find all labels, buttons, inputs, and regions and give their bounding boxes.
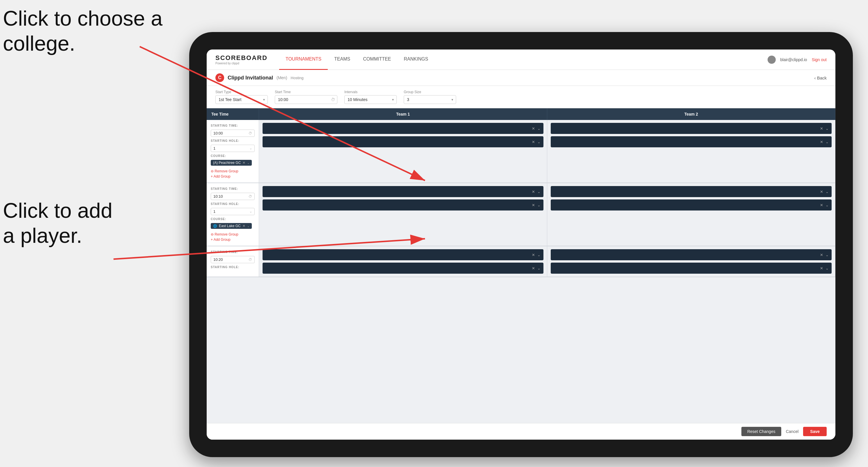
starting-time-input-2[interactable]: 10:10 ⏱ <box>211 193 255 200</box>
starting-time-label-2: STARTING TIME: <box>211 187 255 190</box>
tablet-screen: SCOREBOARD Powered by clippd TOURNAMENTS… <box>207 50 835 440</box>
clippd-logo-icon: C <box>215 73 224 82</box>
gender-label: (Men) <box>277 75 287 80</box>
player-slot-6-2[interactable]: ✕ ⌄ <box>551 262 832 274</box>
player-slot-x-4-2[interactable]: ✕ <box>820 203 823 207</box>
course-remove-icon-1[interactable]: ✕ <box>243 161 245 165</box>
player-slot-6-1[interactable]: ✕ ⌄ <box>551 249 832 260</box>
player-slot-expand-1-1[interactable]: ⌄ <box>537 126 540 131</box>
player-slot-expand-5-1[interactable]: ⌄ <box>537 253 540 257</box>
sign-out-link[interactable]: Sign out <box>812 57 827 62</box>
team1-cell-2: ✕ ⌄ ✕ ⌄ <box>259 183 547 246</box>
save-button[interactable]: Save <box>803 427 827 436</box>
player-slot-x-4-1[interactable]: ✕ <box>820 190 823 194</box>
player-slot-x-3-2[interactable]: ✕ <box>532 203 535 207</box>
player-slot-4-2[interactable]: ✕ ⌄ <box>551 199 832 211</box>
sub-header-left: C Clippd Invitational (Men) Hosting <box>215 73 304 82</box>
player-slot-expand-5-2[interactable]: ⌄ <box>537 266 540 271</box>
starting-time-input-3[interactable]: 10:20 ⏱ <box>211 256 255 263</box>
reset-changes-button[interactable]: Reset Changes <box>741 427 781 436</box>
course-tag-2[interactable]: 🌐 East Lake GC ✕ ⌄ <box>211 223 252 229</box>
player-slot-5-2[interactable]: ✕ ⌄ <box>262 262 544 274</box>
start-time-label: Start Time <box>275 90 337 94</box>
player-slot-expand-3-2[interactable]: ⌄ <box>537 203 540 207</box>
team1-cell-1: ✕ ⌄ ✕ ⌄ <box>259 120 547 183</box>
start-type-group: Start Type 1st Tee Start <box>215 90 268 104</box>
start-type-select[interactable]: 1st Tee Start <box>215 95 268 104</box>
add-group-2[interactable]: + Add Group <box>211 238 255 242</box>
starting-time-input-1[interactable]: 10:00 ⏱ <box>211 130 255 137</box>
group-size-select[interactable]: 3 <box>404 95 456 104</box>
tab-rankings[interactable]: RANKINGS <box>397 50 435 70</box>
tab-tournaments[interactable]: TOURNAMENTS <box>279 50 328 70</box>
starting-hole-label-1: STARTING HOLE: <box>211 139 255 143</box>
table-row: STARTING TIME: 10:20 ⏱ STARTING HOLE: ✕ … <box>207 246 835 277</box>
player-slot-5-1[interactable]: ✕ ⌄ <box>262 249 544 260</box>
start-time-input[interactable] <box>275 95 337 104</box>
user-email: blair@clippd.io <box>780 57 807 62</box>
course-remove-icon-2[interactable]: ✕ <box>243 224 245 228</box>
player-slot-2-1[interactable]: ✕ ⌄ <box>551 123 832 134</box>
player-slot-expand-2-2[interactable]: ⌄ <box>826 140 829 144</box>
course-tag-1[interactable]: (A) Peachtree GC ✕ ⌄ <box>211 160 252 166</box>
tab-committee[interactable]: COMMITTEE <box>356 50 397 70</box>
player-slot-x-1-2[interactable]: ✕ <box>532 140 535 144</box>
annotation-top: Click to choose acollege. <box>3 6 162 56</box>
logo-sub: Powered by clippd <box>215 62 268 65</box>
course-label-2: COURSE: <box>211 217 255 221</box>
group-left-2: STARTING TIME: 10:10 ⏱ STARTING HOLE: 1 … <box>207 183 259 246</box>
course-expand-icon-1[interactable]: ⌄ <box>247 161 249 164</box>
annotation-bottom: Click to adda player. <box>3 198 112 248</box>
header-right: blair@clippd.io Sign out <box>768 56 827 64</box>
remove-group-1[interactable]: ⊖ Remove Group <box>211 169 255 173</box>
course-label-1: COURSE: <box>211 154 255 157</box>
sub-header: C Clippd Invitational (Men) Hosting ‹ Ba… <box>207 70 835 86</box>
player-slot-expand-4-1[interactable]: ⌄ <box>826 190 829 194</box>
starting-time-label-1: STARTING TIME: <box>211 124 255 127</box>
starting-hole-label-2: STARTING HOLE: <box>211 203 255 206</box>
player-slot-3-1[interactable]: ✕ ⌄ <box>262 186 544 197</box>
th-team2: Team 2 <box>547 108 835 120</box>
cancel-button[interactable]: Cancel <box>786 429 799 434</box>
intervals-group: Intervals 10 Minutes <box>344 90 397 104</box>
player-slot-expand-6-2[interactable]: ⌄ <box>826 266 829 271</box>
player-slot-x-1-1[interactable]: ✕ <box>532 126 535 131</box>
player-slot-x-6-2[interactable]: ✕ <box>820 266 823 271</box>
player-slot-x-2-1[interactable]: ✕ <box>820 126 823 131</box>
player-slot-x-3-1[interactable]: ✕ <box>532 190 535 194</box>
app-header: SCOREBOARD Powered by clippd TOURNAMENTS… <box>207 50 835 70</box>
team1-cell-3: ✕ ⌄ ✕ ⌄ <box>259 246 547 277</box>
player-slot-2-2[interactable]: ✕ ⌄ <box>551 136 832 147</box>
player-slot-expand-4-2[interactable]: ⌄ <box>826 203 829 207</box>
back-button[interactable]: ‹ Back <box>814 75 827 80</box>
player-slot-x-2-2[interactable]: ✕ <box>820 140 823 144</box>
player-slot-1-2[interactable]: ✕ ⌄ <box>262 136 544 147</box>
player-slot-expand-1-2[interactable]: ⌄ <box>537 140 540 144</box>
hosting-badge: Hosting <box>291 76 304 80</box>
player-slot-expand-2-1[interactable]: ⌄ <box>826 126 829 131</box>
intervals-select[interactable]: 10 Minutes <box>344 95 397 104</box>
starting-hole-input-1[interactable]: 1 ⌄ <box>211 145 255 152</box>
course-tag-2-label: East Lake GC <box>219 224 241 228</box>
player-slot-expand-6-1[interactable]: ⌄ <box>826 253 829 257</box>
player-slot-x-5-1[interactable]: ✕ <box>532 253 535 257</box>
add-group-1[interactable]: + Add Group <box>211 175 255 179</box>
remove-group-2[interactable]: ⊖ Remove Group <box>211 232 255 237</box>
course-expand-icon-2[interactable]: ⌄ <box>247 224 249 228</box>
starting-hole-label-3: STARTING HOLE: <box>211 266 255 269</box>
player-slot-x-5-2[interactable]: ✕ <box>532 266 535 271</box>
player-slot-1-1[interactable]: ✕ ⌄ <box>262 123 544 134</box>
starting-hole-input-2[interactable]: 1 ⌄ <box>211 208 255 215</box>
scroll-area[interactable]: STARTING TIME: 10:00 ⏱ STARTING HOLE: 1 … <box>207 120 835 423</box>
start-type-label: Start Type <box>215 90 268 94</box>
app-footer: Reset Changes Cancel Save <box>207 423 835 440</box>
group-size-label: Group Size <box>404 90 456 94</box>
tab-teams[interactable]: TEAMS <box>328 50 356 70</box>
player-slot-4-1[interactable]: ✕ ⌄ <box>551 186 832 197</box>
table-row: STARTING TIME: 10:10 ⏱ STARTING HOLE: 1 … <box>207 183 835 246</box>
tablet-frame: SCOREBOARD Powered by clippd TOURNAMENTS… <box>189 32 853 457</box>
player-slot-x-6-1[interactable]: ✕ <box>820 253 823 257</box>
player-slot-expand-3-1[interactable]: ⌄ <box>537 190 540 194</box>
player-slot-3-2[interactable]: ✕ ⌄ <box>262 199 544 211</box>
table-header: Tee Time Team 1 Team 2 <box>207 108 835 120</box>
